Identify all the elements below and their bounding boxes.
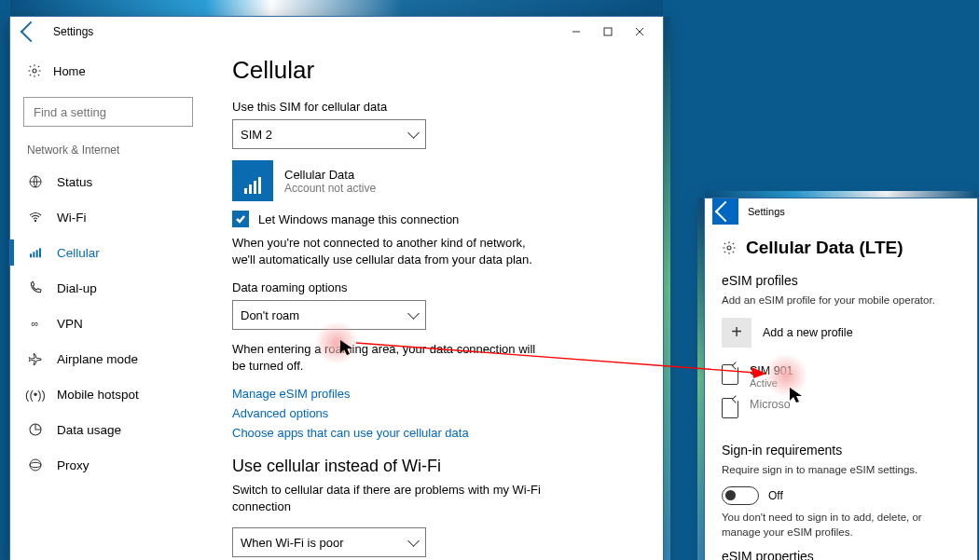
nav-wifi[interactable]: Wi-Fi [10,199,206,235]
wifi-fallback-select[interactable]: When Wi-Fi is poor [232,527,426,557]
desktop-wallpaper-side-2 [697,198,704,560]
profile-name: Microso [750,398,791,411]
content-pane: Cellular Use this SIM for cellular data … [206,47,663,560]
esim-profile-item[interactable]: SIM 901 Active [722,364,960,389]
nav-label: Status [57,175,92,189]
hotspot-icon: ((•)) [27,386,44,403]
sim-card-icon [722,364,738,385]
checkbox-label: Let Windows manage this connection [258,212,459,226]
desktop-wallpaper-strip [10,0,663,16]
nav-label: Wi-Fi [57,211,86,225]
profile-name: SIM 901 [750,364,793,377]
sim-card-icon [722,398,738,418]
page-heading: Cellular [232,56,641,85]
nav-dialup[interactable]: Dial-up [10,270,206,306]
phone-icon [27,280,44,296]
esim-properties-heading: eSIM properties [722,549,960,560]
svg-rect-1 [604,28,612,35]
manage-esim-link[interactable]: Manage eSIM profiles [232,387,641,401]
signin-req-heading: Sign-in requirements [722,443,960,458]
wifi-icon [27,209,44,225]
esim-profiles-heading: eSIM profiles [722,273,960,288]
nav-label: Dial-up [57,281,97,295]
window-title: Settings [748,206,785,217]
profile-status: Active [750,377,793,389]
page-heading: Cellular Data (LTE) [722,238,960,258]
signin-toggle[interactable]: Off [722,486,960,505]
signal-tile-icon [232,160,273,201]
signin-req-desc2: You don't need to sign in to add, delete… [722,511,960,540]
chevron-down-icon [407,307,420,320]
airplane-icon [27,350,44,367]
wifi-fallback-value: When Wi-Fi is poor [241,536,344,550]
maximize-button[interactable] [592,19,624,45]
nav-label: Data usage [57,423,121,437]
manage-connection-desc: When you're not connected to another kin… [232,235,549,267]
section-label: Network & Internet [10,140,206,164]
home-label: Home [53,64,86,78]
vpn-icon: ∞ [27,315,44,332]
desktop-wallpaper-side [664,17,670,560]
minimize-button[interactable] [560,19,592,45]
proxy-icon [27,457,44,473]
nav-status[interactable]: Status [10,164,206,199]
arrow-left-icon [715,201,737,223]
svg-rect-10 [33,252,34,257]
nav-proxy[interactable]: Proxy [10,447,206,483]
chevron-down-icon [407,535,420,547]
svg-rect-11 [36,250,38,257]
advanced-options-link[interactable]: Advanced options [232,406,641,420]
nav-label: Proxy [57,458,90,472]
nav-label: VPN [57,317,83,331]
nav-datausage[interactable]: Data usage [10,412,206,447]
settings-window-main: Settings Home Network & Internet Sta [9,16,664,560]
search-input[interactable] [32,104,192,120]
roaming-value: Don't roam [241,308,299,322]
home-nav[interactable]: Home [10,54,206,88]
toggle-label: Off [768,489,783,502]
svg-rect-9 [30,253,32,257]
titlebar: Settings [705,198,977,225]
toggle-off-icon [722,486,759,505]
wifi-fallback-desc1: Switch to cellular data if there are pro… [232,482,549,514]
roaming-desc: When entering a roaming area, your data … [232,341,549,374]
add-profile-row[interactable]: + Add a new profile [722,318,960,348]
cellular-icon [27,244,44,261]
roaming-select[interactable]: Don't roam [232,300,426,330]
nav-cellular[interactable]: Cellular [10,235,206,270]
cellular-data-tile[interactable]: Cellular Data Account not active [232,160,641,201]
nav-vpn[interactable]: ∞VPN [10,306,206,341]
sim-select-label: Use this SIM for cellular data [232,100,641,114]
nav-hotspot[interactable]: ((•))Mobile hotspot [10,376,206,412]
titlebar: Settings [10,17,663,47]
choose-apps-link[interactable]: Choose apps that can use your cellular d… [232,426,641,440]
esim-profiles-desc: Add an eSIM profile for your mobile oper… [722,294,960,308]
tile-title: Cellular Data [284,168,376,182]
esim-profile-item[interactable]: Microso [722,398,960,418]
gear-icon [27,63,42,78]
close-button[interactable] [624,19,655,45]
sidebar: Home Network & Internet Status Wi-Fi Cel… [10,47,206,560]
search-box[interactable] [23,97,193,127]
svg-point-16 [727,246,731,250]
back-button[interactable] [712,198,738,225]
window-title: Settings [53,25,93,38]
gear-icon [722,240,737,255]
sim-select[interactable]: SIM 2 [232,119,426,149]
nav-label: Cellular [57,246,100,260]
desktop-wallpaper-strip-2 [705,191,977,198]
add-profile-label: Add a new profile [763,326,853,339]
nav-label: Airplane mode [57,352,138,366]
tile-subtitle: Account not active [284,182,376,195]
settings-window-esim: Settings Cellular Data (LTE) eSIM profil… [704,198,978,560]
back-button[interactable] [18,19,44,45]
manage-connection-checkbox-row[interactable]: Let Windows manage this connection [232,211,641,227]
arrow-left-icon [21,21,42,43]
nav-airplane[interactable]: Airplane mode [10,341,206,376]
wifi-fallback-heading: Use cellular instead of Wi-Fi [232,457,641,476]
chevron-down-icon [407,127,420,139]
svg-point-8 [34,220,35,221]
svg-point-15 [30,462,41,467]
svg-rect-12 [39,248,41,257]
globe-icon [27,173,44,190]
